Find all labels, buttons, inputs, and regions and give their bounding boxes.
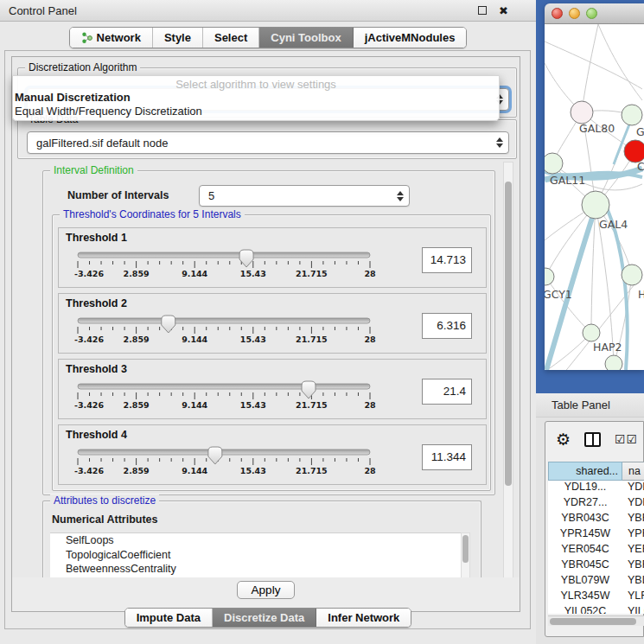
svg-text:21.715: 21.715: [296, 400, 328, 410]
table-row[interactable]: YPR145WYPR1: [548, 527, 644, 543]
close-icon[interactable]: ✖: [499, 4, 508, 17]
table-cell: YIL052C: [548, 605, 622, 614]
svg-text:-3.426: -3.426: [74, 269, 104, 278]
svg-text:28: 28: [364, 335, 376, 344]
number-of-intervals-value: 5: [208, 189, 397, 202]
minimize-traffic-light-icon[interactable]: [569, 8, 580, 19]
control-panel-tabbar: NetworkStyleSelectCyni ToolboxjActiveMNo…: [0, 27, 536, 48]
tab-select[interactable]: Select: [203, 28, 259, 48]
node-label: H: [638, 288, 644, 301]
threshold-value-field[interactable]: 21.4: [422, 379, 472, 405]
control-panel-titlebar: Control Panel ✖: [0, 0, 536, 22]
zoom-traffic-light-icon[interactable]: [586, 8, 597, 19]
bottom-tab-impute-data[interactable]: Impute Data: [125, 609, 213, 627]
table-panel: Table Panel ⚙ ☑☑ shared...na YDL19...YDL…: [536, 393, 644, 644]
network-node[interactable]: [605, 355, 622, 370]
svg-text:28: 28: [364, 269, 376, 278]
table-cell: YBL0: [622, 574, 644, 590]
cyni-toolbox-content: Discretization Algorithm Table Data galF…: [11, 56, 520, 612]
numerical-attributes-list[interactable]: SelfLoopsTopologicalCoefficientBetweenne…: [50, 532, 462, 578]
network-node[interactable]: [571, 101, 593, 124]
algorithm-option[interactable]: Equal Width/Frequency Discretization: [13, 105, 499, 118]
network-window-frame[interactable]: GAL80GACGAL11GAL4GCY1HHAP2: [536, 0, 644, 393]
table-cell: YBL079W: [548, 574, 622, 590]
checkbox-icons[interactable]: ☑☑: [615, 433, 638, 445]
attribute-item[interactable]: BetweennessCentrality: [50, 562, 462, 577]
apply-button[interactable]: Apply: [237, 581, 296, 599]
table-cell: YBR0: [622, 512, 644, 527]
threshold-slider[interactable]: -3.4262.8599.14415.4321.71528: [73, 379, 375, 411]
thresholds-group: Threshold's Coordinates for 5 Intervals …: [52, 214, 491, 491]
network-node[interactable]: [545, 153, 563, 174]
table-row[interactable]: YIL052CYIL0: [548, 605, 644, 614]
attributes-scrollbar[interactable]: [461, 532, 470, 578]
network-node[interactable]: [622, 105, 642, 125]
settings-scrollbar[interactable]: [503, 162, 513, 580]
table-row[interactable]: YBL079WYBL0: [548, 574, 644, 590]
bottom-tab-label: Impute Data: [137, 611, 201, 624]
float-window-icon[interactable]: [478, 6, 487, 15]
table-horizontal-scrollbar[interactable]: [548, 615, 644, 626]
table-row[interactable]: YER054CYER0: [548, 543, 644, 558]
svg-text:15.43: 15.43: [240, 466, 266, 475]
network-node[interactable]: [622, 265, 642, 285]
gear-icon[interactable]: ⚙: [556, 431, 571, 448]
tab-network[interactable]: Network: [70, 28, 153, 48]
table-cell: YDL19...: [548, 481, 622, 496]
svg-text:15.43: 15.43: [240, 400, 266, 410]
threshold-slider[interactable]: -3.4262.8599.14415.4321.71528: [73, 247, 375, 280]
network-window: GAL80GACGAL11GAL4GCY1HHAP2: [545, 3, 644, 370]
table-column-header[interactable]: na: [622, 462, 644, 481]
threshold-slider[interactable]: -3.4262.8599.14415.4321.71528: [73, 444, 375, 477]
slider-thumb[interactable]: [208, 447, 222, 464]
threshold-panel-3: Threshold 3-3.4262.8599.14415.4321.71528…: [58, 359, 487, 419]
threshold-label: Threshold 3: [66, 363, 127, 375]
network-icon: [81, 32, 92, 43]
table-cell: YPR1: [622, 527, 644, 543]
table-data-combobox[interactable]: galFiltered.sif default node: [27, 131, 509, 154]
columns-icon[interactable]: [584, 432, 601, 447]
table-cell: YPR145W: [548, 527, 622, 543]
svg-text:2.859: 2.859: [124, 335, 150, 344]
control-panel-title: Control Panel: [9, 4, 77, 17]
attribute-item[interactable]: TopologicalCoefficient: [50, 548, 462, 563]
attribute-item[interactable]: SelfLoops: [50, 533, 462, 548]
network-canvas[interactable]: GAL80GACGAL11GAL4GCY1HHAP2: [545, 24, 644, 370]
table-data-value: galFiltered.sif default node: [36, 137, 496, 150]
table-row[interactable]: YLR345WYLR3: [548, 590, 644, 605]
table-cell: YBR0: [622, 558, 644, 574]
node-label: GCY1: [545, 288, 572, 301]
bottom-tab-infer-network[interactable]: Infer Network: [316, 609, 411, 627]
threshold-value-field[interactable]: 14.713: [422, 247, 472, 273]
table-column-header[interactable]: shared...: [548, 462, 622, 481]
svg-text:-3.426: -3.426: [74, 335, 104, 344]
numerical-attributes-label: Numerical Attributes: [52, 513, 157, 526]
table-row[interactable]: YDL19...YDL1: [548, 481, 644, 496]
close-traffic-light-icon[interactable]: [552, 8, 563, 19]
slider-thumb[interactable]: [162, 316, 175, 333]
number-of-intervals-combobox[interactable]: 5: [199, 185, 410, 207]
table-panel-title: Table Panel: [536, 393, 644, 418]
network-node[interactable]: [583, 324, 600, 341]
table-cell: YDR2: [622, 496, 644, 512]
slider-thumb[interactable]: [302, 381, 316, 399]
bottom-tab-discretize-data[interactable]: Discretize Data: [213, 609, 316, 627]
combo-arrows-icon: [397, 191, 404, 201]
network-node[interactable]: [545, 268, 554, 285]
table-row[interactable]: YDR27...YDR2: [548, 496, 644, 512]
threshold-slider[interactable]: -3.4262.8599.14415.4321.71528: [73, 313, 375, 346]
table-cell: YER054C: [548, 543, 622, 558]
threshold-value-field[interactable]: 6.316: [422, 313, 472, 339]
threshold-value-field[interactable]: 11.344: [422, 444, 472, 470]
tab-jactivemnodules[interactable]: jActiveMNodules: [354, 28, 467, 48]
table-cell: YIL0: [622, 605, 644, 614]
number-of-intervals-label: Number of Intervals: [67, 189, 169, 201]
network-node[interactable]: [582, 191, 609, 219]
tab-style[interactable]: Style: [153, 28, 203, 48]
table-row[interactable]: YBR043CYBR0: [548, 512, 644, 527]
tab-cyni-toolbox[interactable]: Cyni Toolbox: [259, 28, 353, 48]
bottom-tab-label: Infer Network: [328, 611, 399, 624]
table-row[interactable]: YBR045CYBR0: [548, 558, 644, 574]
threshold-label: Threshold 2: [66, 297, 127, 309]
algorithm-option[interactable]: Manual Discretization: [13, 91, 499, 105]
